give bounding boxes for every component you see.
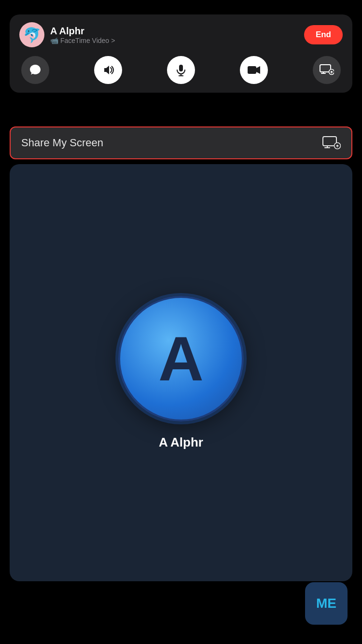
call-bar-header: 🐬 A Alphr 📹 FaceTime Video > End bbox=[19, 22, 343, 47]
mute-button[interactable] bbox=[167, 56, 195, 84]
caller-info: A Alphr 📹 FaceTime Video > bbox=[50, 26, 115, 44]
svg-rect-1 bbox=[179, 65, 183, 71]
speaker-button[interactable] bbox=[94, 56, 122, 84]
caller-subtitle: 📹 FaceTime Video > bbox=[50, 37, 115, 44]
svg-marker-5 bbox=[256, 66, 260, 74]
share-my-screen-banner[interactable]: Share My Screen bbox=[10, 126, 352, 159]
svg-marker-0 bbox=[104, 66, 109, 74]
message-button[interactable] bbox=[21, 56, 49, 84]
screen-share-icon bbox=[320, 64, 334, 76]
contact-name-large: A Alphr bbox=[159, 435, 203, 450]
call-area: A A Alphr bbox=[10, 164, 352, 581]
contact-avatar-large: A bbox=[118, 296, 244, 421]
call-bar: 🐬 A Alphr 📹 FaceTime Video > End bbox=[10, 14, 352, 93]
chat-icon bbox=[29, 64, 42, 76]
avatar-emoji: 🐬 bbox=[23, 27, 41, 43]
self-initial: ME bbox=[316, 596, 336, 611]
controls-row bbox=[19, 56, 343, 84]
camera-button[interactable] bbox=[240, 56, 268, 84]
self-view-thumbnail[interactable]: ME bbox=[305, 582, 348, 625]
video-icon bbox=[247, 65, 261, 75]
svg-rect-4 bbox=[248, 66, 256, 74]
share-my-screen-text: Share My Screen bbox=[21, 137, 103, 149]
microphone-icon bbox=[175, 64, 187, 76]
end-call-button[interactable]: End bbox=[304, 25, 343, 44]
contact-initial: A bbox=[158, 327, 204, 390]
call-bar-left: 🐬 A Alphr 📹 FaceTime Video > bbox=[19, 22, 115, 47]
caller-name: A Alphr bbox=[50, 26, 115, 37]
screen-share-button[interactable] bbox=[313, 56, 341, 84]
share-screen-banner-icon bbox=[322, 136, 341, 150]
speaker-icon bbox=[101, 63, 115, 77]
avatar: 🐬 bbox=[19, 22, 44, 47]
facetime-video-icon: 📹 bbox=[50, 37, 58, 44]
